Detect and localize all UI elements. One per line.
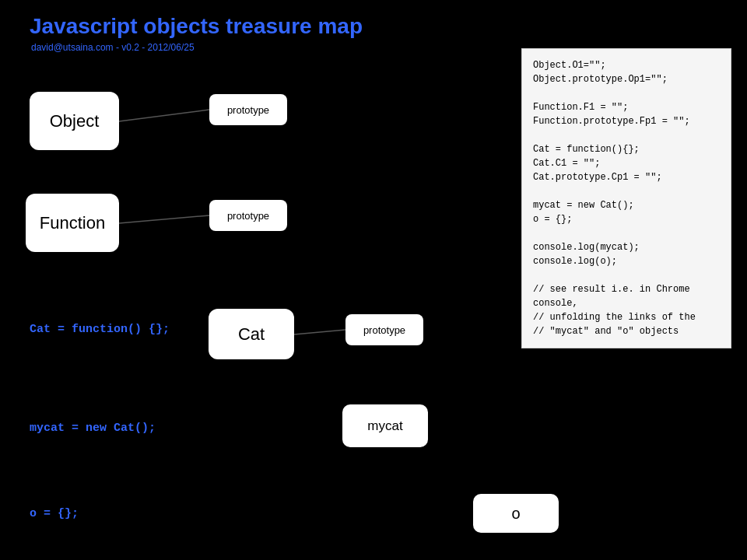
code-line: Object.O1=""; [533,58,720,72]
node-function: Function [26,194,119,252]
proto-function: prototype [209,200,287,231]
code-line [533,268,720,282]
code-line: Function.F1 = ""; [533,100,720,114]
code-line: Function.prototype.Fp1 = ""; [533,114,720,128]
code-line [533,128,720,142]
mycat-code-label: mycat = new Cat(); [30,422,156,435]
svg-line-2 [294,330,345,334]
code-line: Object.prototype.Op1=""; [533,72,720,86]
code-line: mycat = new Cat(); [533,198,720,212]
code-panel-content: Object.O1="";Object.prototype.Op1=""; Fu… [533,58,720,338]
code-line: // "mycat" and "o" objects [533,324,720,338]
code-line: Cat = function(){}; [533,142,720,156]
proto-object: prototype [209,94,287,125]
code-line: Cat.prototype.Cp1 = ""; [533,170,720,184]
code-line [533,226,720,240]
page-subtitle: david@utsaina.com - v0.2 - 2012/06/25 [31,42,195,53]
node-mycat: mycat [342,404,428,447]
code-line: // see result i.e. in Chrome console, [533,282,720,310]
o-code-label: o = {}; [30,507,79,520]
cat-code-label: Cat = function() {}; [30,323,170,336]
svg-line-0 [119,110,209,121]
code-line: o = {}; [533,212,720,226]
code-line: // unfolding the links of the [533,310,720,324]
node-object: Object [30,92,119,150]
node-o: o [473,494,559,533]
node-cat: Cat [209,309,294,359]
page-title: Javascript objects treasure map [30,14,363,39]
code-panel: Object.O1="";Object.prototype.Op1=""; Fu… [521,48,731,348]
code-line: console.log(mycat); [533,240,720,254]
proto-cat: prototype [345,314,423,345]
code-line: Cat.C1 = ""; [533,156,720,170]
code-line [533,86,720,100]
svg-line-1 [119,215,209,223]
code-line [533,184,720,198]
code-line: console.log(o); [533,254,720,268]
